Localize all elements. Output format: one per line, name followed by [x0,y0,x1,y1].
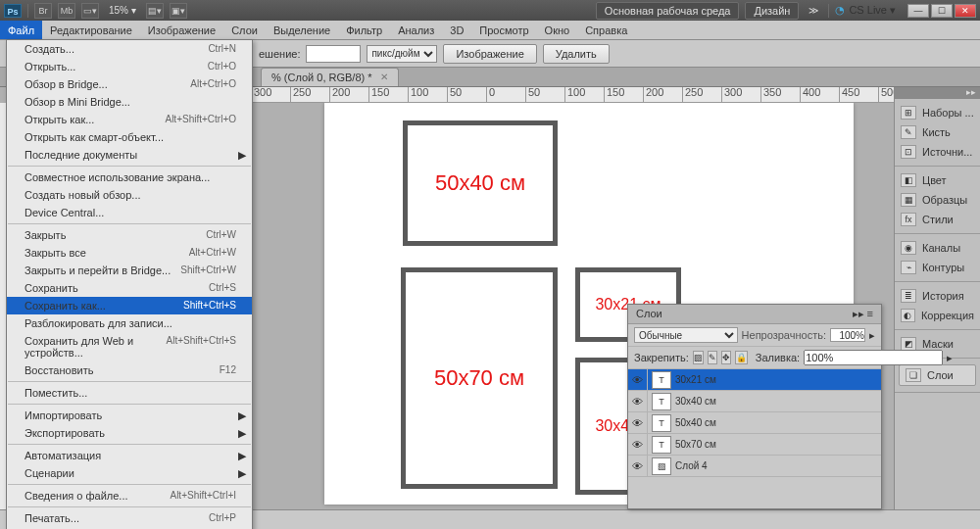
file-menu-dropdown: Создать...Ctrl+NОткрыть...Ctrl+OОбзор в … [6,39,253,529]
more-workspaces-icon[interactable]: ≫ [805,5,822,16]
file-menu-item[interactable]: Открыть...Ctrl+O [7,58,252,75]
layer-row[interactable]: 👁▧Слой 4 [628,456,881,477]
panel-Кисть[interactable]: ✎Кисть [895,122,980,142]
file-menu-item[interactable]: Печатать...Ctrl+P [7,509,252,527]
view-extras-icon[interactable]: ▭▾ [81,3,99,19]
lock-position-icon[interactable]: ✥ [721,351,731,364]
panel-Слои[interactable]: ❏Слои [899,364,976,386]
right-panel-column: ▸▸⊞Наборы ...✎Кисть⊡Источни...◧Цвет▦Обра… [894,87,980,529]
file-menu-item[interactable]: Обзор в Bridge...Alt+Ctrl+O [7,75,252,93]
file-menu-item[interactable]: Экспортировать▶ [7,424,252,442]
menu-select[interactable]: Выделение [266,21,338,39]
visibility-icon[interactable]: 👁 [628,369,648,390]
screen-mode-icon[interactable]: ▣▾ [170,3,187,19]
close-button[interactable]: ✕ [955,4,976,18]
menu-analysis[interactable]: Анализ [390,21,442,39]
visibility-icon[interactable]: 👁 [628,391,648,411]
opacity-input[interactable] [830,328,865,342]
lock-transparency-icon[interactable]: ▨ [693,351,704,364]
lock-all-icon[interactable]: 🔒 [735,351,748,364]
launch-bridge-icon[interactable]: Br [34,3,52,19]
file-menu-item[interactable]: Открыть как...Alt+Shift+Ctrl+O [7,111,252,128]
file-menu-item[interactable]: Device Central... [7,204,252,221]
menu-layers[interactable]: Слои [223,21,266,39]
image-button[interactable]: Изображение [443,44,536,64]
panel-icon: fx [901,213,916,226]
menu-filter[interactable]: Фильтр [338,21,390,39]
close-tab-icon[interactable]: ✕ [380,72,388,83]
file-menu-item[interactable]: Закрыть всеAlt+Ctrl+W [7,244,252,262]
file-menu-item[interactable]: Создать...Ctrl+N [7,40,252,58]
document-tab[interactable]: % (Слой 0, RGB/8) * ✕ [261,68,399,86]
main-menubar: Файл Редактирование Изображение Слои Выд… [0,21,980,40]
menu-window[interactable]: Окно [537,21,578,39]
panel-История[interactable]: ≣История [895,286,980,306]
panel-Каналы[interactable]: ◉Каналы [895,238,980,258]
delete-button[interactable]: Удалить [543,44,610,64]
visibility-icon[interactable]: 👁 [628,456,648,476]
layer-thumbnail: T [652,371,671,389]
panel-Образцы[interactable]: ▦Образцы [895,190,980,210]
ps-logo: Ps [4,4,22,18]
layer-row[interactable]: 👁T30х21 см [628,369,881,391]
launch-minibridge-icon[interactable]: Mb [58,3,75,19]
menu-edit[interactable]: Редактирование [42,21,140,39]
file-menu-item[interactable]: Совместное использование экрана... [7,168,252,186]
separator [828,4,829,18]
workspace-design[interactable]: Дизайн [745,2,799,20]
resolution-units[interactable]: пикс/дюйм [367,45,437,63]
file-menu-item[interactable]: Последние документы▶ [7,146,252,164]
menu-view[interactable]: Просмотр [471,21,536,39]
file-menu-item[interactable]: СохранитьCtrl+S [7,279,252,297]
lock-label: Закрепить: [634,352,689,363]
lock-pixels-icon[interactable]: ✎ [708,351,717,364]
layer-name: 50х70 см [675,439,716,450]
layer-name: 30х21 см [675,374,716,385]
file-menu-item[interactable]: Сохранить как...Shift+Ctrl+S [7,297,252,314]
panel-Источни...[interactable]: ⊡Источни... [895,142,980,162]
menu-help[interactable]: Справка [577,21,635,39]
file-menu-item[interactable]: Поместить... [7,384,252,402]
zoom-level[interactable]: 15% ▾ [105,5,140,16]
file-menu-item[interactable]: Сохранить для Web и устройств...Alt+Shif… [7,332,252,361]
menu-file[interactable]: Файл [0,21,42,39]
panel-Контуры[interactable]: ⌁Контуры [895,258,980,277]
panel-menu-icon[interactable]: ▸▸ ≡ [853,308,873,320]
file-menu-item[interactable]: Импортировать▶ [7,407,252,424]
file-menu-item[interactable]: Сведения о файле...Alt+Shift+Ctrl+I [7,487,252,505]
layers-panel-tab[interactable]: Слои ▸▸ ≡ [628,305,881,324]
panel-Стили[interactable]: fxСтили [895,210,980,229]
blend-mode-select[interactable]: Обычные [634,327,738,343]
arrange-documents-icon[interactable]: ▤▾ [146,3,164,19]
panel-icon: ⊞ [901,106,916,120]
file-menu-item[interactable]: Открыть как смарт-объект... [7,128,252,146]
separator [27,4,28,18]
file-menu-item[interactable]: Обзор в Mini Bridge... [7,93,252,111]
menu-image[interactable]: Изображение [140,21,223,39]
layer-row[interactable]: 👁T50х70 см [628,434,881,456]
layer-row[interactable]: 👁T50х40 см [628,412,881,434]
minimize-button[interactable]: — [907,4,929,18]
visibility-icon[interactable]: 👁 [628,434,648,455]
cs-live-button[interactable]: ◔CS Live ▾ [835,4,896,17]
app-titlebar: Ps Br Mb ▭▾ 15% ▾ ▤▾ ▣▾ Основная рабочая… [0,0,980,21]
file-menu-item[interactable]: Закрыть и перейти в Bridge...Shift+Ctrl+… [7,262,252,279]
workspace-essentials[interactable]: Основная рабочая среда [596,2,740,20]
file-menu-item[interactable]: Автоматизация▶ [7,447,252,464]
document-tab-title: % (Слой 0, RGB/8) * [271,72,372,83]
resolution-input[interactable] [306,45,361,63]
file-menu-item[interactable]: Создать новый обзор... [7,186,252,204]
panel-Наборы ...[interactable]: ⊞Наборы ... [895,103,980,122]
layer-row[interactable]: 👁T30х40 см [628,391,881,412]
file-menu-item[interactable]: ВосстановитьF12 [7,361,252,379]
fill-input[interactable] [804,350,943,365]
file-menu-item[interactable]: ЗакрытьCtrl+W [7,226,252,244]
file-menu-item[interactable]: Сценарии▶ [7,464,252,482]
panel-icon: ◧ [901,173,916,187]
layers-panel[interactable]: Слои ▸▸ ≡ Обычные Непрозрачность: ▸ Закр… [627,304,882,509]
visibility-icon[interactable]: 👁 [628,412,648,433]
panel-Коррекция[interactable]: ◐Коррекция [895,306,980,325]
panel-Цвет[interactable]: ◧Цвет [895,170,980,190]
maximize-button[interactable]: ☐ [931,4,953,18]
menu-3d[interactable]: 3D [442,21,471,39]
